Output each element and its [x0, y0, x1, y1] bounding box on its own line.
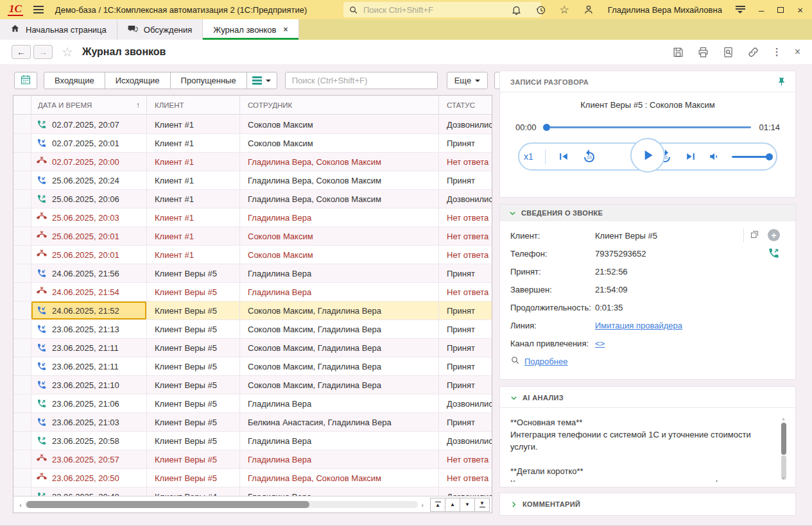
favorites-star-icon[interactable]: ☆ — [560, 4, 569, 15]
status-cell[interactable]: Принят — [439, 264, 492, 282]
column-header-datetime[interactable]: ДАТА И ВРЕМЯ ↑ — [31, 96, 147, 114]
scroll-down-icon[interactable]: ▼ — [780, 476, 787, 480]
datetime-cell[interactable]: 25.06.2025, 20:24 — [31, 171, 147, 189]
hscroll-track[interactable] — [25, 501, 418, 508]
skip-previous-icon[interactable] — [557, 150, 570, 163]
datetime-cell[interactable]: 23.06.2025, 21:10 — [31, 376, 147, 394]
play-button[interactable] — [630, 138, 665, 173]
table-row[interactable]: 23.06.2025, 21:10 Клиент Веры #5 Соколов… — [13, 376, 492, 394]
employee-cell[interactable]: Гладилина Вера — [240, 450, 439, 468]
status-cell[interactable]: Нет ответа — [439, 450, 492, 468]
tab-close-icon[interactable]: × — [284, 25, 288, 34]
hscroll-thumb[interactable] — [26, 501, 309, 508]
employee-cell[interactable]: Соколов Максим, Гладилина Вера — [240, 376, 439, 394]
employee-cell[interactable]: Гладилина Вера — [240, 283, 439, 301]
pin-icon[interactable] — [777, 76, 786, 89]
employee-cell[interactable]: Соколов Максим, Гладилина Вера — [240, 320, 439, 338]
open-in-window-icon[interactable] — [750, 230, 759, 241]
line-link[interactable]: Имитация провайдера — [595, 321, 682, 330]
employee-cell[interactable]: Гладилина Вера — [240, 488, 439, 496]
employee-cell[interactable]: Гладилина Вера — [240, 432, 439, 450]
ai-scrollbar[interactable]: ▲ ▼ — [780, 416, 787, 480]
datetime-cell[interactable]: 23.06.2025, 20:48 — [31, 488, 147, 496]
client-cell[interactable]: Клиент Веры #5 — [147, 357, 240, 375]
list-search-input[interactable] — [291, 75, 432, 86]
minimize-button[interactable]: – — [759, 5, 764, 15]
employee-cell[interactable]: Соколов Максим — [240, 246, 439, 264]
client-cell[interactable]: Клиент Веры #5 — [147, 339, 240, 357]
client-cell[interactable]: Клиент Веры #5 — [147, 394, 240, 412]
status-cell[interactable]: Нет ответа — [439, 469, 492, 487]
status-cell[interactable]: Принят — [439, 320, 492, 338]
client-cell[interactable]: Клиент #1 — [147, 190, 240, 208]
client-cell[interactable]: Клиент #1 — [147, 246, 240, 264]
table-row[interactable]: 23.06.2025, 21:11 Клиент Веры #5 Соколов… — [13, 339, 492, 357]
status-cell[interactable]: Дозвонились — [439, 394, 492, 412]
employee-cell[interactable]: Гладилина Вера — [240, 394, 439, 412]
ai-scroll-thumb[interactable] — [781, 423, 786, 455]
forward-button[interactable]: → — [33, 45, 53, 59]
datetime-cell[interactable]: 25.06.2025, 20:03 — [31, 208, 147, 226]
tab-call-journal[interactable]: Журнал звонков × — [203, 19, 298, 40]
employee-cell[interactable]: Гладилина Вера — [240, 208, 439, 226]
seek-bar[interactable] — [544, 126, 752, 128]
datetime-cell[interactable]: 25.06.2025, 20:01 — [31, 227, 147, 245]
phone-value[interactable]: 79375293652 — [595, 249, 646, 259]
datetime-cell[interactable]: 23.06.2025, 21:11 — [31, 357, 147, 375]
table-row[interactable]: 24.06.2025, 21:52 Клиент Веры #5 Соколов… — [13, 301, 492, 320]
volume-icon[interactable] — [709, 151, 720, 162]
current-user[interactable]: Гладилина Вера Михайловна — [608, 5, 722, 15]
status-cell[interactable]: Дозвонились — [439, 190, 492, 208]
table-row[interactable]: 25.06.2025, 20:01 Клиент #1 Соколов Макс… — [13, 246, 492, 264]
employee-cell[interactable]: Соколов Максим — [240, 115, 439, 133]
history-icon[interactable] — [535, 4, 546, 15]
employee-cell[interactable]: Гладилина Вера, Соколов Максим — [240, 190, 439, 208]
client-cell[interactable]: Клиент #1 — [147, 153, 240, 171]
table-row[interactable]: 24.06.2025, 21:56 Клиент Веры #5 Гладили… — [13, 264, 492, 283]
datetime-cell[interactable]: 23.06.2025, 20:58 — [31, 432, 147, 450]
datetime-cell[interactable]: 23.06.2025, 21:11 — [31, 339, 147, 357]
datetime-cell[interactable]: 24.06.2025, 21:52 — [31, 301, 147, 319]
table-row[interactable]: 23.06.2025, 20:48 Клиент Веры #4 Гладили… — [13, 488, 492, 496]
volume-slider[interactable] — [732, 156, 772, 158]
datetime-cell[interactable]: 25.06.2025, 20:06 — [31, 190, 147, 208]
status-cell[interactable]: Нет ответа — [439, 153, 492, 171]
channel-link[interactable]: <> — [595, 339, 605, 348]
employee-cell[interactable]: Гладилина Вера, Соколов Максим — [240, 153, 439, 171]
employee-cell[interactable]: Соколов Максим — [240, 134, 439, 152]
list-search[interactable] — [285, 72, 438, 89]
employee-cell[interactable]: Соколов Максим, Гладилина Вера — [240, 357, 439, 375]
status-cell[interactable]: Дозвонились — [439, 488, 492, 496]
go-first-row-button[interactable]: ▲ — [430, 498, 445, 512]
scroll-left-icon[interactable]: ‹ — [16, 501, 25, 509]
comment-section-header[interactable]: КОММЕНТАРИЙ — [500, 493, 795, 514]
rewind-10-icon[interactable]: 10 — [582, 149, 597, 164]
add-client-button[interactable]: + — [768, 229, 780, 241]
client-cell[interactable]: Клиент #1 — [147, 227, 240, 245]
employee-cell[interactable]: Соколов Максим, Гладилина Вера — [240, 301, 439, 319]
status-cell[interactable]: Принят — [439, 376, 492, 394]
maximize-button[interactable] — [777, 7, 784, 13]
table-row[interactable]: 02.07.2025, 20:07 Клиент #1 Соколов Макс… — [13, 115, 492, 134]
datetime-cell[interactable]: 23.06.2025, 20:57 — [31, 450, 147, 468]
datetime-cell[interactable]: 02.07.2025, 20:07 — [31, 115, 147, 133]
back-button[interactable]: ← — [12, 45, 31, 59]
status-cell[interactable]: Нет ответа — [439, 246, 492, 264]
employee-cell[interactable]: Гладилина Вера — [240, 264, 439, 282]
scroll-right-icon[interactable]: › — [418, 501, 427, 509]
filter-menu-button[interactable] — [246, 72, 277, 89]
status-cell[interactable]: Принят — [439, 134, 492, 152]
print-icon[interactable] — [697, 46, 709, 58]
filter-outgoing-button[interactable]: Исходящие — [105, 72, 171, 89]
client-cell[interactable]: Клиент #1 — [147, 134, 240, 152]
datetime-cell[interactable]: 23.06.2025, 21:06 — [31, 394, 147, 412]
table-row[interactable]: 23.06.2025, 21:03 Клиент Веры #5 Белкина… — [13, 413, 492, 432]
next-row-button[interactable]: ▼ — [460, 498, 475, 512]
table-row[interactable]: 23.06.2025, 20:50 Клиент Веры #5 Гладили… — [13, 469, 492, 488]
client-cell[interactable]: Клиент Веры #5 — [147, 264, 240, 282]
status-cell[interactable]: Нет ответа — [439, 208, 492, 226]
table-row[interactable]: 02.07.2025, 20:01 Клиент #1 Соколов Макс… — [13, 134, 492, 153]
notifications-bell-icon[interactable] — [511, 4, 522, 15]
datetime-cell[interactable]: 23.06.2025, 21:03 — [31, 413, 147, 431]
client-cell[interactable]: Клиент #1 — [147, 171, 240, 189]
